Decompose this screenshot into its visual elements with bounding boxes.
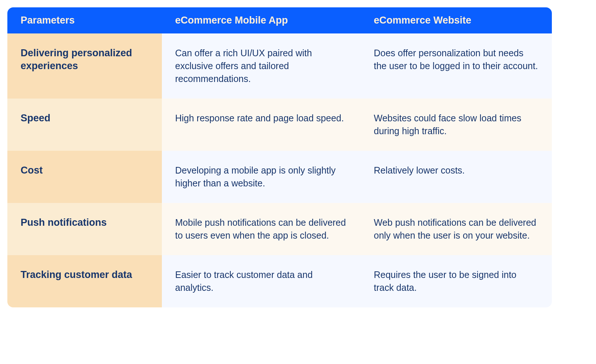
mobile-app-value: Developing a mobile app is only slightly… — [162, 151, 361, 203]
mobile-app-value: Easier to track customer data and analyt… — [162, 255, 361, 307]
website-value: Web push notifications can be delivered … — [361, 203, 552, 255]
parameter-label: Push notifications — [7, 203, 162, 255]
table-row: Cost Developing a mobile app is only sli… — [7, 151, 552, 203]
mobile-app-value: High response rate and page load speed. — [162, 99, 361, 151]
header-parameters: Parameters — [7, 7, 162, 33]
header-website: eCommerce Website — [361, 7, 552, 33]
mobile-app-value: Can offer a rich UI/UX paired with exclu… — [162, 33, 361, 99]
mobile-app-value: Mobile push notifications can be deliver… — [162, 203, 361, 255]
comparison-table: Parameters eCommerce Mobile App eCommerc… — [7, 7, 552, 307]
website-value: Requires the user to be signed into trac… — [361, 255, 552, 307]
parameter-label: Delivering personalized experiences — [7, 33, 162, 99]
parameter-label: Speed — [7, 99, 162, 151]
table-row: Speed High response rate and page load s… — [7, 99, 552, 151]
table-row: Push notifications Mobile push notificat… — [7, 203, 552, 255]
website-value: Websites could face slow load times duri… — [361, 99, 552, 151]
parameter-label: Cost — [7, 151, 162, 203]
header-mobile-app: eCommerce Mobile App — [162, 7, 361, 33]
parameter-label: Tracking customer data — [7, 255, 162, 307]
website-value: Does offer personalization but needs the… — [361, 33, 552, 99]
table-header-row: Parameters eCommerce Mobile App eCommerc… — [7, 7, 552, 33]
table-row: Delivering personalized experiences Can … — [7, 33, 552, 99]
table-row: Tracking customer data Easier to track c… — [7, 255, 552, 307]
website-value: Relatively lower costs. — [361, 151, 552, 203]
